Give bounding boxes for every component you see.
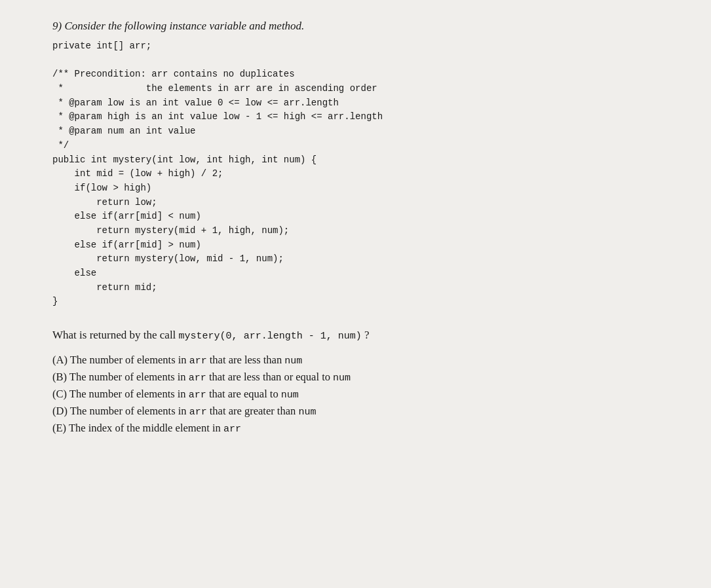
- code-line-18: return mid;: [52, 281, 672, 295]
- option-c-letter: (C) The number of elements in: [52, 388, 189, 400]
- option-c-code2: num: [281, 390, 299, 401]
- option-e-letter: (E) The index of the middle element in: [52, 422, 223, 434]
- option-e: (E) The index of the middle element in a…: [52, 422, 672, 435]
- question-text-intro: What is returned by the call: [52, 329, 176, 341]
- code-line-15: else if(arr[mid] > num): [52, 238, 672, 253]
- code-line-1: private int[] arr;: [52, 39, 672, 54]
- option-d-code1: arr: [189, 407, 207, 418]
- option-d: (D) The number of elements in arr that a…: [52, 405, 672, 418]
- option-a-code2: num: [284, 356, 302, 367]
- option-c-code1: arr: [189, 390, 206, 401]
- option-c: (C) The number of elements in arr that a…: [52, 388, 672, 401]
- option-b-code2: num: [333, 373, 351, 384]
- code-line-8: */: [52, 139, 672, 153]
- option-a: (A) The number of elements in arr that a…: [52, 354, 672, 367]
- options-list: (A) The number of elements in arr that a…: [52, 354, 672, 435]
- option-b: (B) The number of elements in arr that a…: [52, 371, 672, 384]
- code-line-12: return low;: [52, 196, 672, 210]
- option-b-letter: (B) The number of elements in: [52, 371, 189, 383]
- code-line-14: return mystery(mid + 1, high, num);: [52, 224, 672, 238]
- code-line-3: /** Precondition: arr contains no duplic…: [52, 67, 672, 82]
- code-line-10: int mid = (low + high) / 2;: [52, 167, 672, 181]
- code-line-4: * the elements in arr are in ascending o…: [52, 82, 672, 96]
- page: 9) Consider the following instance varia…: [0, 0, 711, 588]
- option-b-code1: arr: [189, 373, 206, 384]
- option-b-text2: that are less than or equal to: [206, 371, 333, 383]
- option-d-letter: (D) The number of elements in: [52, 405, 189, 417]
- option-c-text2: that are equal to: [206, 388, 281, 400]
- question-text: What is returned by the call mystery(0, …: [52, 329, 672, 342]
- code-line-17: else: [52, 266, 672, 281]
- option-a-code1: arr: [189, 356, 207, 367]
- code-block: private int[] arr; /** Precondition: arr…: [52, 39, 672, 309]
- option-d-text2: that are greater than: [207, 405, 299, 417]
- option-a-letter: (A) The number of elements in: [52, 354, 189, 366]
- code-line-16: return mystery(low, mid - 1, num);: [52, 252, 672, 266]
- question-header: 9) Consider the following instance varia…: [52, 20, 672, 33]
- question-code: mystery(0, arr.length - 1, num): [179, 331, 362, 342]
- question-text-end: ?: [364, 329, 370, 341]
- option-d-code2: num: [298, 407, 316, 418]
- code-line-13: else if(arr[mid] < num): [52, 210, 672, 224]
- option-e-code1: arr: [223, 424, 241, 435]
- code-line-5: * @param low is an int value 0 <= low <=…: [52, 96, 672, 111]
- code-line-2: [52, 54, 672, 68]
- code-line-9: public int mystery(int low, int high, in…: [52, 153, 672, 168]
- code-line-6: * @param high is an int value low - 1 <=…: [52, 110, 672, 124]
- code-line-11: if(low > high): [52, 181, 672, 196]
- code-line-7: * @param num an int value: [52, 124, 672, 139]
- option-a-text2: that are less than: [207, 354, 285, 366]
- code-line-19: }: [52, 295, 672, 309]
